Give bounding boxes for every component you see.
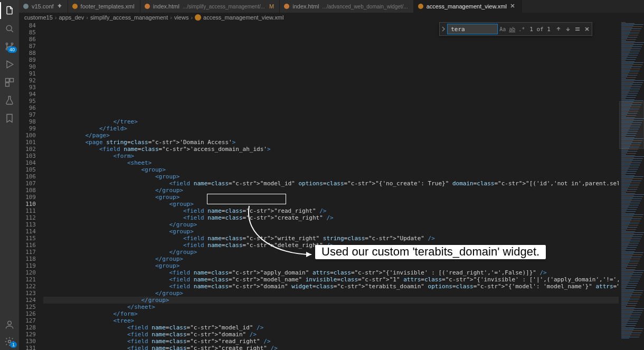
line-number: 118 xyxy=(19,256,36,262)
line-number: 108 xyxy=(19,187,36,194)
activity-explorer[interactable] xyxy=(0,2,19,19)
tab-v15-conf[interactable]: v15.conf xyxy=(19,0,68,13)
find-next[interactable] xyxy=(563,24,573,34)
annotation-arrow xyxy=(233,204,328,262)
breadcrumb-segment[interactable]: simplify_access_management xyxy=(90,14,168,21)
line-number: 106 xyxy=(19,173,36,180)
breadcrumb[interactable]: custome15›apps_dev›simplify_access_manag… xyxy=(19,13,644,22)
chevron-right-icon: › xyxy=(170,14,172,21)
flask-icon xyxy=(4,95,15,106)
line-number: 131 xyxy=(19,345,36,350)
settings-badge: 1 xyxy=(10,342,17,348)
code-line[interactable]: <field name=class="c-str">"create_right"… xyxy=(43,345,619,350)
html-file-icon xyxy=(284,4,289,9)
svg-rect-6 xyxy=(6,79,10,82)
breadcrumb-segment[interactable]: access_management_view.xml xyxy=(203,14,283,21)
line-number: 84 xyxy=(19,22,36,29)
tab-label: index.html xyxy=(292,3,319,10)
activity-account[interactable] xyxy=(0,316,19,333)
activity-extensions[interactable] xyxy=(0,74,19,91)
activity-bookmark[interactable] xyxy=(0,110,19,127)
line-number: 103 xyxy=(19,153,36,159)
code-line[interactable]: <page string=class="c-str">'Domain Acces… xyxy=(43,139,619,146)
code-line[interactable]: <form> xyxy=(43,153,619,159)
conf-file-icon xyxy=(23,4,29,9)
code-line[interactable]: <sheet> xyxy=(43,159,619,166)
code-line[interactable]: <field name=class="c-str">"domain" widge… xyxy=(43,283,619,290)
code-line[interactable]: </group> xyxy=(43,221,619,228)
code-line[interactable]: </group> xyxy=(43,290,619,297)
svg-marker-5 xyxy=(7,61,13,68)
code-line[interactable]: </tree> xyxy=(43,118,619,125)
code-line[interactable]: <field name=class="c-str">"create_right"… xyxy=(43,214,619,221)
find-in-selection[interactable] xyxy=(573,24,582,34)
code-line[interactable]: </sheet> xyxy=(43,304,619,310)
activity-settings[interactable]: 1 xyxy=(0,333,19,350)
find-prev[interactable] xyxy=(554,24,563,34)
code-line[interactable]: <field name=class="c-str">"apply_domain"… xyxy=(43,269,619,276)
line-number: 90 xyxy=(19,63,36,70)
code-line[interactable]: <field name=class="c-str">"model_id" /> xyxy=(43,324,619,331)
annotation-callout: Used our custom 'terabits_domain' widget… xyxy=(315,245,546,259)
svg-point-2 xyxy=(6,43,7,44)
code-line[interactable]: <field name=class="c-str">"write_right" … xyxy=(43,235,619,242)
code-line[interactable]: </form> xyxy=(43,310,619,317)
breadcrumb-segment[interactable]: views xyxy=(174,14,189,21)
line-number: 102 xyxy=(19,146,36,153)
code-line[interactable]: </group> xyxy=(43,187,619,194)
find-expand[interactable] xyxy=(440,23,447,35)
activity-run[interactable] xyxy=(0,56,19,73)
code-line[interactable]: <field name=class="c-str">"model_name" i… xyxy=(43,276,619,283)
activity-scm[interactable]: 40 xyxy=(0,38,19,55)
tab-index-html[interactable]: index.html.../advanced_web_domain_widget… xyxy=(280,0,413,13)
code-line[interactable]: <group> xyxy=(43,228,619,235)
code-line[interactable]: <field name=class="c-str">"domain" /> xyxy=(43,331,619,338)
find-match-word[interactable]: ab xyxy=(507,24,517,34)
svg-rect-7 xyxy=(10,79,14,82)
tab-path-suffix: .../simplify_access_management/... xyxy=(183,4,265,10)
code-line[interactable]: <group> xyxy=(43,262,619,269)
code-line[interactable]: <group> xyxy=(43,166,619,173)
find-close[interactable] xyxy=(582,24,592,34)
find-match-case[interactable]: Aa xyxy=(498,24,507,34)
code-area[interactable]: Aa ab .* 1 of 1 xyxy=(43,22,619,350)
chevron-right-icon: › xyxy=(55,14,57,21)
editor[interactable]: 8485868788899091929394959697989910010110… xyxy=(19,22,644,350)
code-line[interactable]: <field name=class="c-str">"read_right" /… xyxy=(43,207,619,214)
svg-rect-12 xyxy=(575,30,580,31)
breadcrumb-segment[interactable]: custome15 xyxy=(24,14,53,21)
svg-rect-11 xyxy=(575,27,580,29)
tab-index-html[interactable]: index.html.../simplify_access_management… xyxy=(140,0,280,13)
xml-file-icon xyxy=(72,4,78,9)
tab-path-suffix: .../advanced_web_domain_widget/... xyxy=(322,4,408,10)
breadcrumb-segment[interactable]: apps_dev xyxy=(59,14,84,21)
code-line[interactable]: </page> xyxy=(43,132,619,139)
find-use-regex[interactable]: .* xyxy=(517,24,526,34)
code-line[interactable]: <field name=class="c-str">"model_id" opt… xyxy=(43,180,619,187)
code-line[interactable]: <field name=class="c-str">'access_domain… xyxy=(43,146,619,153)
html-file-icon xyxy=(145,4,150,9)
code-line[interactable]: <field name=class="c-str">"read_right" /… xyxy=(43,338,619,345)
code-line[interactable]: <tree> xyxy=(43,317,619,324)
tab-label: access_management_view.xml xyxy=(427,3,507,10)
activity-testing[interactable] xyxy=(0,92,19,109)
tab-footer-templates-xml[interactable]: footer_templates.xml xyxy=(68,0,140,13)
code-line[interactable]: <group> xyxy=(43,173,619,180)
tab-close-button[interactable] xyxy=(510,3,516,10)
minimap[interactable] xyxy=(619,22,644,350)
minimap-viewport[interactable] xyxy=(619,101,644,149)
code-line[interactable]: </field> xyxy=(43,125,619,132)
arrow-up-icon xyxy=(556,26,561,32)
line-number: 123 xyxy=(19,290,36,297)
tab-access-management-view-xml[interactable]: access_management_view.xml xyxy=(414,0,522,13)
code-line[interactable]: <group> xyxy=(43,194,619,201)
find-result-count: 1 of 1 xyxy=(529,26,551,33)
files-icon xyxy=(4,5,15,16)
code-line[interactable]: </group> xyxy=(43,297,619,304)
code-line[interactable]: <group> xyxy=(43,201,619,207)
line-number: 117 xyxy=(19,249,36,256)
activity-bar: 40 1 xyxy=(0,0,19,350)
find-input[interactable] xyxy=(447,24,498,34)
activity-search[interactable] xyxy=(0,20,19,37)
line-number: 89 xyxy=(19,56,36,63)
